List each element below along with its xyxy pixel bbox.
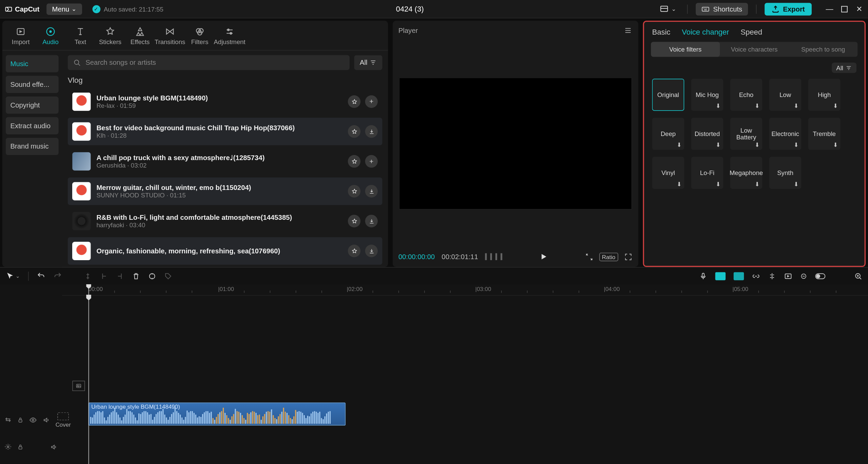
snap-main-icon[interactable]	[715, 272, 725, 280]
star-icon[interactable]	[348, 185, 360, 197]
trim-left-button[interactable]	[100, 272, 108, 280]
download-icon[interactable]	[365, 125, 378, 138]
star-icon[interactable]	[348, 95, 360, 108]
shortcuts-button[interactable]: Shortcuts	[696, 3, 748, 15]
search-input[interactable]: Search songs or artists	[68, 55, 350, 70]
voice-filter-low[interactable]: Low⬇	[769, 79, 802, 111]
playhead[interactable]	[88, 284, 89, 295]
voice-filter-electronic[interactable]: Electronic⬇	[769, 118, 802, 150]
voice-filter-deep[interactable]: Deep⬇	[652, 118, 684, 150]
preview-icon[interactable]	[784, 272, 792, 280]
track-item[interactable]: A chill pop truck with a sexy atmosphere…	[68, 148, 382, 175]
tab-adjustment[interactable]: Adjustment	[215, 24, 244, 50]
minimize-button[interactable]: —	[826, 5, 834, 13]
svg-rect-23	[19, 446, 22, 449]
close-button[interactable]: ✕	[855, 5, 864, 13]
star-icon[interactable]	[348, 125, 360, 138]
tab-effects[interactable]: Effects	[125, 24, 155, 50]
link-icon[interactable]	[752, 272, 760, 280]
mark-button[interactable]	[148, 272, 156, 280]
voice-filter-all[interactable]: All	[832, 63, 856, 73]
split-button[interactable]	[84, 272, 92, 280]
lock-icon[interactable]	[17, 444, 24, 450]
sidebar-item-0[interactable]: Music	[6, 55, 59, 73]
timeline[interactable]: Cover 00:00|01:00|02:00|03:00|04:00|05:0…	[0, 284, 868, 464]
audio-clip[interactable]: Urban lounge style BGM(1148490)	[88, 403, 346, 426]
menu-button[interactable]: Menu	[46, 3, 82, 15]
track-item[interactable]: Best for video background music Chill Tr…	[68, 118, 382, 145]
reorder-icon[interactable]	[5, 416, 12, 423]
maximize-button[interactable]	[841, 5, 849, 13]
tag-button[interactable]	[164, 272, 172, 280]
tab-audio[interactable]: Audio	[36, 24, 65, 50]
sub-tab-voice-filters[interactable]: Voice filters	[651, 42, 720, 57]
add-icon[interactable]: +	[365, 95, 378, 108]
download-icon: ⬇	[755, 142, 760, 148]
props-tab-voice-changer[interactable]: Voice changer	[682, 27, 729, 36]
zoom-fit-icon[interactable]	[854, 272, 862, 280]
eye-icon[interactable]	[29, 416, 37, 424]
tab-filters[interactable]: Filters	[185, 24, 215, 50]
voice-filter-low-battery[interactable]: Low Battery⬇	[730, 118, 762, 150]
download-icon: ⬇	[794, 181, 798, 187]
mute-icon[interactable]	[50, 443, 57, 450]
sub-tab-speech-to-song[interactable]: Speech to song	[789, 42, 857, 57]
star-icon[interactable]	[348, 155, 360, 168]
fullscreen-icon[interactable]	[624, 252, 632, 261]
delete-button[interactable]	[132, 272, 140, 280]
player-menu-icon[interactable]	[624, 26, 633, 35]
sidebar-item-4[interactable]: Brand music	[6, 138, 59, 155]
voice-filter-tremble[interactable]: Tremble⬇	[808, 118, 841, 150]
playhead-line[interactable]	[88, 296, 89, 464]
track-item[interactable]: Organic, fashionable, morning, refreshin…	[68, 237, 382, 265]
props-tab-speed[interactable]: Speed	[741, 27, 762, 36]
tab-text[interactable]: Text	[65, 24, 95, 50]
tab-transitions[interactable]: Transitions	[155, 24, 185, 50]
download-icon[interactable]	[365, 185, 378, 197]
voice-filter-megaphone[interactable]: Megaphone⬇	[730, 157, 762, 189]
lock-icon[interactable]	[17, 417, 24, 423]
sidebar-item-2[interactable]: Copyright	[6, 96, 59, 114]
filter-all-button[interactable]: All	[354, 55, 382, 70]
star-icon[interactable]	[348, 215, 360, 227]
undo-button[interactable]	[37, 272, 45, 280]
zoom-toggle-icon[interactable]	[815, 272, 825, 279]
voice-filter-high[interactable]: High⬇	[808, 79, 841, 111]
settings-icon[interactable]	[5, 443, 12, 450]
voice-filter-distorted[interactable]: Distorted⬇	[691, 118, 723, 150]
track-item[interactable]: R&B with Lo-Fi, light and comfortable at…	[68, 207, 382, 235]
props-tab-basic[interactable]: Basic	[652, 27, 670, 36]
layout-button[interactable]: ⌄	[656, 3, 679, 15]
star-icon[interactable]	[348, 245, 360, 257]
mute-icon[interactable]	[42, 416, 50, 424]
voice-filter-vinyl[interactable]: Vinyl⬇	[652, 157, 684, 189]
download-icon[interactable]	[365, 245, 378, 257]
tab-import[interactable]: Import	[6, 24, 36, 50]
voice-filter-lo-fi[interactable]: Lo-Fi⬇	[691, 157, 723, 189]
mic-icon[interactable]	[699, 272, 707, 280]
voice-filter-original[interactable]: Original	[652, 79, 684, 111]
snap-aux-icon[interactable]	[734, 272, 744, 280]
track-item[interactable]: Merrow guitar, chill out, winter, emo b(…	[68, 177, 382, 205]
ratio-button[interactable]: Ratio	[599, 252, 618, 261]
voice-filter-echo[interactable]: Echo⬇	[730, 79, 762, 111]
play-button[interactable]	[539, 253, 548, 261]
voice-filter-mic-hog[interactable]: Mic Hog⬇	[691, 79, 723, 111]
cover-frame[interactable]	[72, 381, 85, 391]
add-icon[interactable]: +	[365, 155, 378, 168]
voice-filter-synth[interactable]: Synth⬇	[769, 157, 802, 189]
selection-tool[interactable]: ⌄	[6, 272, 20, 280]
zoom-out-icon[interactable]	[800, 272, 807, 279]
align-icon[interactable]	[768, 272, 776, 280]
export-button[interactable]: Export	[765, 3, 812, 15]
download-icon[interactable]	[365, 215, 378, 227]
redo-button[interactable]	[53, 272, 62, 280]
tab-stickers[interactable]: Stickers	[95, 24, 125, 50]
sidebar-item-1[interactable]: Sound effe...	[6, 76, 59, 93]
crop-icon[interactable]	[585, 252, 593, 261]
track-item[interactable]: Urban lounge style BGM(1148490)Re-lax · …	[68, 88, 382, 115]
sub-tab-voice-characters[interactable]: Voice characters	[720, 42, 789, 57]
video-preview[interactable]	[393, 40, 638, 247]
trim-right-button[interactable]	[116, 272, 124, 280]
sidebar-item-3[interactable]: Extract audio	[6, 117, 59, 134]
